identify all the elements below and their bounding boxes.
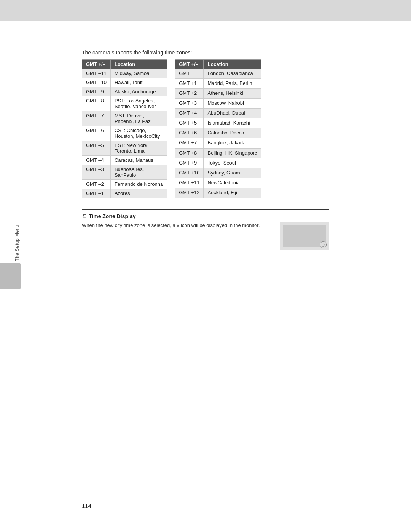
table-row: GMT +2Athens, Helsinki	[175, 89, 261, 99]
location-cell: Midway, Samoa	[110, 69, 167, 78]
gmt-cell: GMT +1	[175, 79, 204, 89]
left-table-header-gmt: GMT +/–	[82, 60, 111, 69]
page-number: 114	[82, 503, 91, 509]
table-row: GMT +5Islamabad, Karachi	[175, 118, 261, 128]
gmt-cell: GMT +5	[175, 118, 204, 128]
table-row: GMT +9Tokyo, Seoul	[175, 158, 261, 168]
gmt-cell: GMT –2	[82, 180, 111, 189]
table-row: GMTLondon, Casablanca	[175, 69, 261, 79]
location-cell: NewCaledonia	[204, 178, 261, 188]
monitor-clock-icon: ◯	[320, 241, 327, 248]
gmt-cell: GMT –9	[82, 87, 111, 96]
table-row: GMT +12Auckland, Fiji	[175, 188, 261, 198]
location-cell: London, Casablanca	[204, 69, 261, 79]
left-table-header-location: Location	[110, 60, 167, 69]
table-row: GMT –9Alaska, Anchorage	[82, 87, 167, 96]
section-body: When the new city time zone is selected,…	[82, 222, 329, 250]
location-cell: Tokyo, Seoul	[204, 158, 261, 168]
pencil-icon	[82, 214, 87, 219]
location-cell: Moscow, Nairobi	[204, 99, 261, 109]
table-row: GMT –3BuenosAires,SanPaulo	[82, 165, 167, 180]
location-cell: Athens, Helsinki	[204, 89, 261, 99]
location-cell: PST: Los Angeles,Seattle, Vancouver	[110, 96, 167, 111]
location-cell: MST: Denver,Phoenix, La Paz	[110, 111, 167, 126]
right-table-header-gmt: GMT +/–	[175, 60, 204, 69]
table-row: GMT –6CST: Chicago,Houston, MexicoCity	[82, 126, 167, 141]
gmt-cell: GMT	[175, 69, 204, 79]
left-timezone-table: GMT +/– Location GMT –11Midway, SamoaGMT…	[82, 59, 167, 198]
location-cell: Fernando de Noronha	[110, 180, 167, 189]
intro-text: The camera supports the following time z…	[82, 50, 329, 56]
gmt-cell: GMT +6	[175, 128, 204, 138]
table-row: GMT +1Madrid, Paris, Berlin	[175, 79, 261, 89]
gmt-cell: GMT +4	[175, 109, 204, 118]
gmt-cell: GMT +2	[175, 89, 204, 99]
location-cell: Hawaii, Tahiti	[110, 78, 167, 87]
table-row: GMT –11Midway, Samoa	[82, 69, 167, 78]
right-table-header-location: Location	[204, 60, 261, 69]
table-row: GMT +7Bangkok, Jakarta	[175, 138, 261, 148]
monitor-preview: ◯	[280, 222, 329, 250]
left-tab	[0, 263, 21, 289]
location-cell: Colombo, Dacca	[204, 128, 261, 138]
location-cell: Sydney, Guam	[204, 168, 261, 178]
section-title-text: Time Zone Display	[89, 213, 135, 219]
gmt-cell: GMT +3	[175, 99, 204, 109]
location-cell: EST: New York,Toronto, Lima	[110, 141, 167, 156]
gmt-cell: GMT +11	[175, 178, 204, 188]
table-row: GMT –5EST: New York,Toronto, Lima	[82, 141, 167, 156]
location-cell: Bangkok, Jakarta	[204, 138, 261, 148]
table-gap	[167, 59, 175, 198]
gmt-cell: GMT +9	[175, 158, 204, 168]
location-cell: Beijing, HK, Singapore	[204, 148, 261, 158]
gmt-cell: GMT –1	[82, 189, 111, 198]
gmt-cell: GMT –10	[82, 78, 111, 87]
table-row: GMT –10Hawaii, Tahiti	[82, 78, 167, 87]
gmt-cell: GMT +7	[175, 138, 204, 148]
monitor-inner-screen	[283, 225, 326, 247]
bottom-section: Time Zone Display When the new city time…	[82, 209, 329, 250]
table-row: GMT +11NewCaledonia	[175, 178, 261, 188]
table-row: GMT –1Azores	[82, 189, 167, 198]
gmt-cell: GMT –11	[82, 69, 111, 78]
table-row: GMT –8PST: Los Angeles,Seattle, Vancouve…	[82, 96, 167, 111]
gmt-cell: GMT –4	[82, 156, 111, 165]
gmt-cell: GMT +10	[175, 168, 204, 178]
section-body-text: When the new city time zone is selected,…	[82, 222, 260, 229]
table-row: GMT +3Moscow, Nairobi	[175, 99, 261, 109]
location-cell: Azores	[110, 189, 167, 198]
location-cell: CST: Chicago,Houston, MexicoCity	[110, 126, 167, 141]
location-cell: Auckland, Fiji	[204, 188, 261, 198]
table-row: GMT +4AbuDhabi, Dubai	[175, 109, 261, 118]
gmt-cell: GMT –6	[82, 126, 111, 141]
gmt-cell: GMT +12	[175, 188, 204, 198]
table-row: GMT –2Fernando de Noronha	[82, 180, 167, 189]
gmt-cell: GMT –7	[82, 111, 111, 126]
location-cell: Madrid, Paris, Berlin	[204, 79, 261, 89]
tables-wrapper: GMT +/– Location GMT –11Midway, SamoaGMT…	[82, 59, 329, 198]
main-content: The camera supports the following time z…	[82, 50, 329, 198]
table-row: GMT +8Beijing, HK, Singapore	[175, 148, 261, 158]
location-cell: Islamabad, Karachi	[204, 118, 261, 128]
table-row: GMT –4Caracas, Manaus	[82, 156, 167, 165]
table-row: GMT +6Colombo, Dacca	[175, 128, 261, 138]
table-row: GMT +10Sydney, Guam	[175, 168, 261, 178]
gmt-cell: GMT –8	[82, 96, 111, 111]
gmt-cell: GMT –5	[82, 141, 111, 156]
table-row: GMT –7MST: Denver,Phoenix, La Paz	[82, 111, 167, 126]
location-cell: Alaska, Anchorage	[110, 87, 167, 96]
sidebar-label: The Setup Menu	[14, 225, 20, 261]
location-cell: BuenosAires,SanPaulo	[110, 165, 167, 180]
section-title: Time Zone Display	[82, 213, 329, 219]
gmt-cell: GMT +8	[175, 148, 204, 158]
location-cell: Caracas, Manaus	[110, 156, 167, 165]
location-cell: AbuDhabi, Dubai	[204, 109, 261, 118]
gmt-cell: GMT –3	[82, 165, 111, 180]
right-timezone-table: GMT +/– Location GMTLondon, CasablancaGM…	[175, 59, 261, 198]
